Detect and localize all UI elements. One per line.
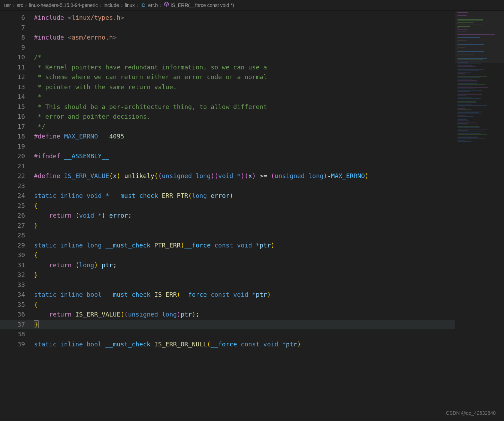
line-number[interactable]: 34	[0, 290, 34, 300]
code-line[interactable]: 18#define MAX_ERRNO 4095	[0, 132, 455, 142]
code-line[interactable]: 14 *	[0, 92, 455, 102]
line-number[interactable]: 31	[0, 260, 34, 270]
code-line[interactable]: 22#define IS_ERR_VALUE(x) unlikely((unsi…	[0, 171, 455, 181]
code-content[interactable]	[34, 23, 455, 33]
line-number[interactable]: 32	[0, 270, 34, 280]
code-line[interactable]: 39static inline bool __must_check IS_ERR…	[0, 339, 455, 350]
code-content[interactable]: #include <asm/errno.h>	[34, 33, 455, 43]
line-number[interactable]: 15	[0, 102, 34, 112]
code-line[interactable]: 28	[0, 230, 455, 241]
line-number[interactable]: 14	[0, 92, 34, 102]
code-line[interactable]: 16 * error and pointer decisions.	[0, 112, 455, 122]
code-content[interactable]: #include <linux/types.h>	[34, 13, 455, 23]
line-number[interactable]: 19	[0, 142, 34, 152]
breadcrumb-item-function[interactable]: IS_ERR(__force const void *)	[164, 0, 234, 10]
line-number[interactable]: 10	[0, 52, 34, 62]
code-editor[interactable]: 6#include <linux/types.h>78#include <asm…	[0, 11, 455, 421]
code-line[interactable]: 12 * scheme where we can return either a…	[0, 72, 455, 82]
code-line[interactable]: 6#include <linux/types.h>	[0, 13, 455, 23]
line-number[interactable]: 17	[0, 122, 34, 132]
code-content[interactable]: return (long) ptr;	[34, 260, 455, 270]
line-number[interactable]: 22	[0, 171, 34, 181]
code-content[interactable]	[34, 329, 455, 339]
code-line[interactable]: 19	[0, 142, 455, 152]
code-line[interactable]: 26 return (void *) error;	[0, 211, 455, 221]
code-content[interactable]	[34, 280, 455, 290]
code-line[interactable]: 31 return (long) ptr;	[0, 260, 455, 270]
line-number[interactable]: 20	[0, 151, 34, 161]
line-number[interactable]: 11	[0, 62, 34, 73]
line-number[interactable]: 21	[0, 161, 34, 171]
line-number[interactable]: 8	[0, 33, 34, 43]
code-line[interactable]: 10/*	[0, 52, 455, 62]
code-line[interactable]: 24static inline void * __must_check ERR_…	[0, 191, 455, 201]
breadcrumb-item-folder[interactable]: linux	[125, 0, 135, 10]
code-content[interactable]: */	[34, 122, 455, 132]
line-number[interactable]: 23	[0, 181, 34, 191]
minimap[interactable]	[455, 11, 504, 421]
code-content[interactable]	[34, 43, 455, 53]
code-line[interactable]: 30{	[0, 250, 455, 260]
code-line[interactable]: 20#ifndef __ASSEMBLY__	[0, 151, 455, 161]
line-number[interactable]: 26	[0, 211, 34, 221]
code-content[interactable]: * error and pointer decisions.	[34, 112, 455, 122]
code-line[interactable]: 29static inline long __must_check PTR_ER…	[0, 241, 455, 251]
breadcrumb[interactable]: usr›src›linux-headers-5.15.0-94-generic›…	[0, 0, 504, 11]
code-line[interactable]: 25{	[0, 201, 455, 211]
code-line[interactable]: 9	[0, 43, 455, 53]
line-number[interactable]: 16	[0, 112, 34, 122]
code-content[interactable]	[34, 230, 455, 241]
code-line[interactable]: 36 return IS_ERR_VALUE((unsigned long)pt…	[0, 310, 455, 320]
line-number[interactable]: 38	[0, 329, 34, 339]
line-number[interactable]: 6	[0, 13, 34, 23]
line-number[interactable]: 35	[0, 300, 34, 310]
code-line[interactable]: 23	[0, 181, 455, 191]
code-line[interactable]: 32}	[0, 270, 455, 280]
line-number[interactable]: 39	[0, 339, 34, 350]
code-content[interactable]	[34, 142, 455, 152]
code-line[interactable]: 34static inline bool __must_check IS_ERR…	[0, 290, 455, 300]
line-number[interactable]: 33	[0, 280, 34, 290]
code-content[interactable]: {	[34, 250, 455, 260]
code-line[interactable]: 15 * This should be a per-architecture t…	[0, 102, 455, 112]
code-line[interactable]: 27}	[0, 221, 455, 231]
code-line[interactable]: 38	[0, 329, 455, 339]
code-content[interactable]: {	[34, 201, 455, 211]
code-line[interactable]: 7	[0, 23, 455, 33]
code-content[interactable]: }	[34, 320, 455, 330]
line-number[interactable]: 7	[0, 23, 34, 33]
code-line[interactable]: 13 * pointer with the same return value.	[0, 82, 455, 92]
code-line[interactable]: 11 * Kernel pointers have redundant info…	[0, 62, 455, 73]
code-content[interactable]: }	[34, 221, 455, 231]
code-line[interactable]: 21	[0, 161, 455, 171]
code-content[interactable]: static inline bool __must_check IS_ERR(_…	[34, 290, 455, 300]
code-content[interactable]: }	[34, 270, 455, 280]
code-content[interactable]: return IS_ERR_VALUE((unsigned long)ptr);	[34, 310, 455, 320]
breadcrumb-item-folder[interactable]: src	[17, 0, 23, 10]
code-line[interactable]: 33	[0, 280, 455, 290]
code-line[interactable]: 37}	[0, 320, 455, 330]
line-number[interactable]: 30	[0, 250, 34, 260]
breadcrumb-item-file[interactable]: Cerr.h	[140, 0, 158, 10]
line-number[interactable]: 29	[0, 241, 34, 251]
code-content[interactable]: * scheme where we can return either an e…	[34, 72, 455, 82]
line-number[interactable]: 24	[0, 191, 34, 201]
code-content[interactable]: static inline bool __must_check IS_ERR_O…	[34, 339, 455, 350]
code-content[interactable]	[34, 161, 455, 171]
line-number[interactable]: 13	[0, 82, 34, 92]
code-content[interactable]: static inline long __must_check PTR_ERR(…	[34, 241, 455, 251]
code-content[interactable]: #ifndef __ASSEMBLY__	[34, 151, 455, 161]
code-content[interactable]: return (void *) error;	[34, 211, 455, 221]
line-number[interactable]: 9	[0, 43, 34, 53]
breadcrumb-item-folder[interactable]: linux-headers-5.15.0-94-generic	[29, 0, 97, 10]
code-content[interactable]: * This should be a per-architecture thin…	[34, 102, 455, 112]
line-number[interactable]: 25	[0, 201, 34, 211]
code-content[interactable]: /*	[34, 52, 455, 62]
code-content[interactable]: #define MAX_ERRNO 4095	[34, 132, 455, 142]
code-content[interactable]: static inline void * __must_check ERR_PT…	[34, 191, 455, 201]
code-content[interactable]: * Kernel pointers have redundant informa…	[34, 62, 455, 73]
line-number[interactable]: 37	[0, 320, 34, 330]
code-content[interactable]: * pointer with the same return value.	[34, 82, 455, 92]
code-content[interactable]: #define IS_ERR_VALUE(x) unlikely((unsign…	[34, 171, 455, 181]
line-number[interactable]: 18	[0, 132, 34, 142]
